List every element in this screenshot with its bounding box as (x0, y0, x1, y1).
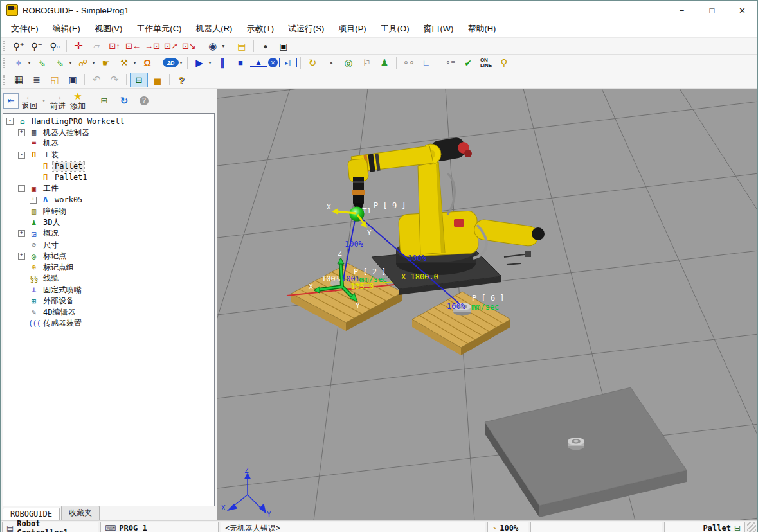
step-button[interactable]: ▸∥ (279, 58, 297, 67)
toolbar-grip[interactable] (3, 58, 6, 68)
forward-button[interactable]: → 前进 (49, 91, 67, 111)
tab-roboguide[interactable]: ROBOGUIDE (3, 508, 60, 520)
spray-teach-button[interactable]: ⚒ (116, 56, 132, 69)
abort-button[interactable]: ✕ (268, 58, 278, 67)
object-raise-button[interactable]: ⊡↑ (106, 39, 123, 53)
stop-button[interactable]: ■ (232, 56, 249, 69)
2d-view-button[interactable]: 2D (163, 58, 179, 67)
tree-item-pallet1[interactable]: Π Pallet1 (3, 172, 214, 184)
table-part[interactable] (568, 438, 584, 450)
camera-view-caret[interactable]: ▾ (221, 39, 226, 53)
menu-project[interactable]: 项目(P) (331, 20, 373, 37)
online-status-icon[interactable]: ON LINE (478, 56, 494, 69)
minimize-button[interactable]: − (667, 1, 697, 20)
toolbar-grip[interactable] (3, 41, 6, 51)
timer-program-button[interactable]: ◔ (322, 56, 339, 69)
signboard-button[interactable]: ⚐ (358, 56, 375, 69)
profile-chart-button[interactable]: ∟ (418, 56, 435, 69)
open-cell-button[interactable]: ◱ (46, 73, 63, 87)
panel-help-button[interactable]: ? (135, 96, 153, 105)
tree-item-obstacles[interactable]: ▥ 障碍物 (3, 206, 214, 217)
outline-button[interactable]: ⊟ (95, 96, 113, 106)
pause-button[interactable]: ∥ (214, 56, 231, 69)
menu-cell[interactable]: 工作单元(C) (129, 20, 188, 37)
mouse-jog-button[interactable]: ⌖ (10, 56, 27, 69)
menu-test-run[interactable]: 试运行(S) (281, 20, 331, 37)
zoom-window-button[interactable]: ⚲▫ (46, 39, 63, 53)
tree-expander[interactable]: - (18, 152, 25, 159)
object-approach-button[interactable]: ⊡↗ (163, 39, 179, 53)
menu-file[interactable]: 文件(F) (4, 20, 46, 37)
target-button[interactable]: ◎ (340, 56, 357, 69)
tree-item-pallet[interactable]: Π Pallet (3, 161, 214, 172)
close-button[interactable]: ✕ (727, 1, 757, 20)
gripper-button[interactable]: Ω (139, 56, 156, 69)
center-view-button[interactable]: ✛ (70, 39, 87, 53)
tree-expander[interactable]: - (6, 118, 14, 125)
robot-jog-caret[interactable]: ▾ (91, 56, 96, 69)
move-to-locked-button[interactable]: ⇘ (33, 56, 50, 69)
tree-expander[interactable]: + (30, 197, 37, 204)
tree-expander[interactable]: + (18, 253, 25, 260)
hand-teach-button[interactable]: ☛ (98, 56, 114, 69)
object-enter-button[interactable]: ⊡← (124, 39, 142, 53)
tree-item-cables[interactable]: §§ 线缆 (3, 273, 214, 285)
tree-item-external-devices[interactable]: ⊞ 外部设备 (3, 296, 214, 307)
cycle-start-caret[interactable]: ▾ (207, 56, 213, 69)
tree-item-profiles[interactable]: + ◲ 概况 (3, 228, 214, 240)
refresh-button[interactable]: ↻ (115, 96, 133, 106)
robot-home-button[interactable]: ↻ (304, 56, 321, 69)
menu-view[interactable]: 视图(V) (87, 20, 129, 37)
spray-teach-caret[interactable]: ▾ (132, 56, 138, 69)
tree-expander[interactable]: - (18, 185, 25, 192)
cell-browser-button[interactable]: ⊟ (130, 73, 148, 87)
tree-item-workcell[interactable]: - ⌂ HandlingPRO Workcell (3, 116, 214, 127)
cell-grid-button[interactable]: ▦ (10, 73, 27, 87)
tree-expander[interactable]: + (18, 230, 25, 237)
snapshot-button[interactable]: ▣ (275, 39, 292, 53)
redo-button[interactable]: ↷ (106, 73, 123, 87)
tree-item-sensor-units[interactable]: ((( 传感器装置 (3, 318, 214, 330)
tree-item-target-groups[interactable]: ⊕ 标记点组 (3, 262, 214, 274)
undo-button[interactable]: ↶ (88, 73, 105, 87)
tab-favorites[interactable]: 收藏夹 (61, 506, 100, 520)
tree-item-targets[interactable]: + ◎ 标记点 (3, 251, 214, 262)
maximize-button[interactable]: □ (697, 1, 727, 20)
3d-viewport[interactable]: X Y T1 P [ 9 ] 100% 100% Z X Y P [ 2 ] 1… (217, 89, 757, 520)
zoom-out-button[interactable]: ⚲⁻ (28, 39, 45, 53)
save-cell-button[interactable]: ▣ (64, 73, 81, 87)
mouse-settings-button[interactable]: ● (257, 39, 274, 53)
menu-robot[interactable]: 机器人(R) (188, 20, 239, 37)
tree-item-3d-people[interactable]: ♟ 3D人 (3, 217, 214, 229)
tree-item-fixed-nozzles[interactable]: ⊥ 固定式喷嘴 (3, 285, 214, 296)
move-to-button[interactable]: ⇘ (51, 56, 68, 69)
back-caret[interactable]: ▾ (41, 96, 47, 106)
menu-window[interactable]: 窗口(W) (416, 20, 460, 37)
scene-canvas[interactable]: X Y T1 P [ 9 ] 100% 100% Z X Y P [ 2 ] 1… (217, 89, 757, 520)
menu-edit[interactable]: 编辑(E) (46, 20, 87, 37)
dock-button[interactable]: ⇤ (3, 93, 19, 109)
joint-panel-button[interactable]: ⚬≡ (442, 56, 458, 69)
object-exit-button[interactable]: →⊡ (143, 39, 161, 53)
2d-view-caret[interactable]: ▾ (178, 56, 184, 69)
help-button[interactable]: ? (173, 73, 190, 87)
zoom-in-button[interactable]: ⚲⁺ (10, 39, 27, 53)
report-button[interactable]: ≣ (28, 73, 45, 87)
tree-item-4d-editor[interactable]: ✎ 4D编辑器 (3, 307, 214, 319)
profiler-button[interactable]: ▅ (149, 73, 166, 87)
measure-button[interactable]: ▤ (233, 39, 250, 53)
robot-jog-button[interactable]: ☍ (75, 56, 91, 69)
menu-teach[interactable]: 示教(T) (239, 20, 281, 37)
pan-plane-button[interactable]: ▱ (88, 39, 105, 53)
menu-tools[interactable]: 工具(O) (374, 20, 417, 37)
robot-finder-button[interactable]: ⚲ (496, 56, 512, 69)
back-button[interactable]: ← 返回 (21, 91, 39, 111)
tree-item-dimensions[interactable]: ⊘ 尺寸 (3, 240, 214, 251)
virtual-tp-check-button[interactable]: ✔ (460, 56, 476, 69)
menu-help[interactable]: 帮助(H) (460, 20, 503, 37)
human-figure-button[interactable]: ♟ (376, 56, 393, 69)
tree-expander[interactable]: + (18, 129, 25, 136)
object-retreat-button[interactable]: ⊡↘ (181, 39, 197, 53)
tree-item-robot-controller[interactable]: + ▦ 机器人控制器 (3, 127, 214, 139)
cycle-start-button[interactable]: ▶ (191, 56, 208, 69)
